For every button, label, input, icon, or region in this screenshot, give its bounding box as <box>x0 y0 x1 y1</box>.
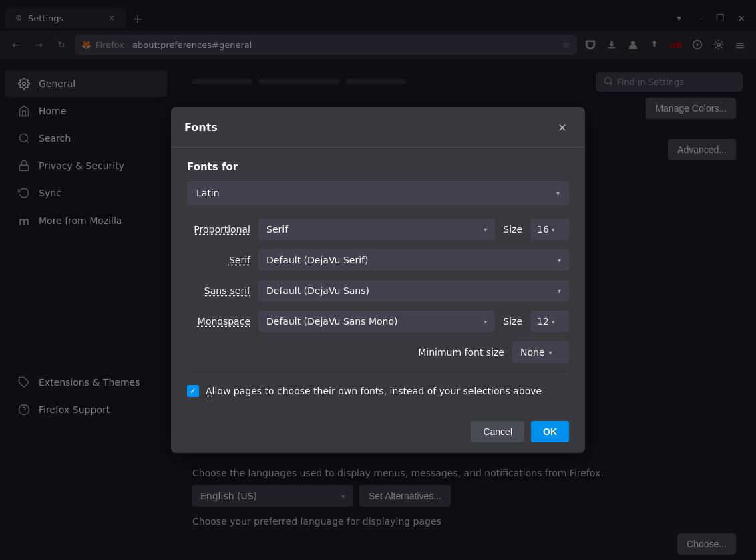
modal-body: Fonts for Latin ▾ Proportional Serif ▾ S… <box>171 148 585 410</box>
checkmark-icon: ✓ <box>190 386 196 396</box>
serif-font-select[interactable]: Default (DejaVu Serif) ▾ <box>258 249 569 271</box>
monospace-chevron: ▾ <box>484 318 487 325</box>
allow-fonts-label: Allow pages to choose their own fonts, i… <box>206 386 542 396</box>
proportional-size-select[interactable]: 16 ▾ <box>530 219 569 240</box>
fonts-modal: Fonts × Fonts for Latin ▾ Proportional S… <box>171 107 585 453</box>
fonts-language-select[interactable]: Latin ▾ <box>187 181 569 205</box>
proportional-chevron: ▾ <box>484 226 487 233</box>
min-font-select[interactable]: None ▾ <box>512 341 569 363</box>
monospace-label: Monospace <box>187 316 250 327</box>
monospace-size-chevron: ▾ <box>552 318 555 325</box>
modal-header: Fonts × <box>171 107 585 148</box>
monospace-size-select[interactable]: 12 ▾ <box>530 311 569 332</box>
proportional-size-chevron: ▾ <box>552 226 555 233</box>
proportional-font-value: Serif <box>266 224 288 235</box>
fonts-language-value: Latin <box>196 188 220 198</box>
fonts-language-chevron: ▾ <box>556 190 560 197</box>
monospace-font-select[interactable]: Default (DejaVu Sans Mono) ▾ <box>258 311 495 332</box>
proportional-font-select[interactable]: Serif ▾ <box>258 219 495 240</box>
min-font-value: None <box>520 347 545 358</box>
monospace-size-value: 12 <box>537 316 549 327</box>
min-font-label: Minimum font size <box>418 347 504 358</box>
min-font-row: Minimum font size None ▾ <box>187 341 569 363</box>
modal-title: Fonts <box>184 121 218 134</box>
monospace-row: Monospace Default (DejaVu Sans Mono) ▾ S… <box>187 311 569 332</box>
sans-serif-row: Sans-serif Default (DejaVu Sans) ▾ <box>187 280 569 301</box>
modal-footer: Cancel OK <box>171 410 585 453</box>
allow-fonts-checkbox-row: ✓ Allow pages to choose their own fonts,… <box>187 385 569 397</box>
min-font-chevron: ▾ <box>549 349 552 356</box>
sans-serif-font-value: Default (DejaVu Sans) <box>266 285 369 296</box>
serif-chevron: ▾ <box>558 257 561 264</box>
cancel-button[interactable]: Cancel <box>471 421 524 442</box>
monospace-font-value: Default (DejaVu Sans Mono) <box>266 316 398 327</box>
monospace-size-label: Size <box>503 316 522 327</box>
proportional-label: Proportional <box>187 224 250 235</box>
modal-divider <box>187 374 569 374</box>
serif-row: Serif Default (DejaVu Serif) ▾ <box>187 249 569 271</box>
ok-button[interactable]: OK <box>531 421 569 442</box>
proportional-size-label: Size <box>503 224 522 235</box>
serif-label: Serif <box>187 255 250 265</box>
sans-serif-chevron: ▾ <box>558 287 561 295</box>
modal-close-button[interactable]: × <box>553 118 572 136</box>
fonts-for-label: Fonts for <box>187 161 569 173</box>
sans-serif-label: Sans-serif <box>187 285 250 296</box>
serif-font-value: Default (DejaVu Serif) <box>266 255 368 265</box>
sans-serif-font-select[interactable]: Default (DejaVu Sans) ▾ <box>258 280 569 301</box>
proportional-row: Proportional Serif ▾ Size 16 ▾ <box>187 219 569 240</box>
proportional-size-value: 16 <box>537 224 549 235</box>
allow-fonts-checkbox[interactable]: ✓ <box>187 385 199 397</box>
